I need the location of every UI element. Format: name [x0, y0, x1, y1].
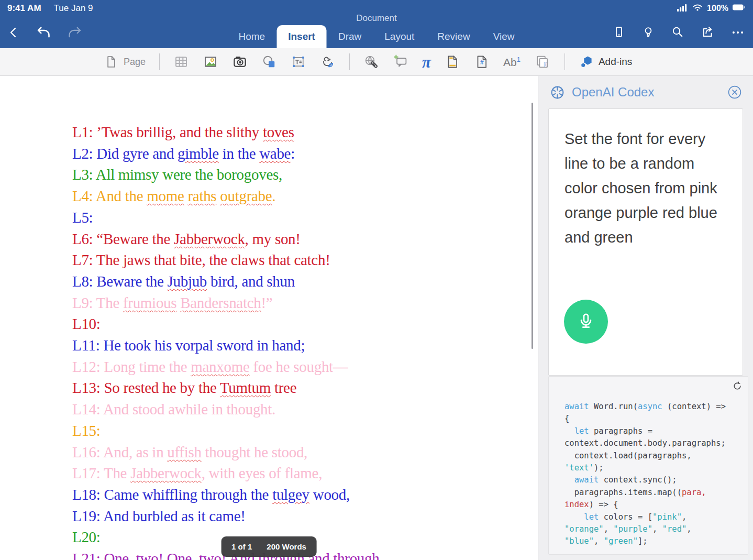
addins-button[interactable]: Add-ins — [579, 54, 632, 69]
prompt-text: Set the font for every line to be a rand… — [549, 109, 730, 250]
mobile-view-icon[interactable] — [613, 25, 625, 39]
document-lines: L1: ’Twas brillig, and the slithy tovesL… — [0, 76, 538, 560]
document-scrollbar[interactable] — [531, 103, 533, 349]
doc-line-L17[interactable]: L17: The Jabberwock, with eyes of flame, — [72, 463, 538, 484]
code-line: let paragraphs = — [564, 425, 743, 437]
code-line: paragraphs.items.map((para, — [564, 487, 743, 499]
refresh-button[interactable] — [732, 381, 743, 393]
divider — [159, 53, 160, 70]
microphone-button[interactable] — [564, 300, 608, 344]
page-indicator: 1 of 1 — [231, 542, 252, 551]
microphone-icon — [575, 311, 596, 332]
doc-line-L9[interactable]: L9: The frumious Bandersnatch!” — [72, 292, 538, 314]
search-icon[interactable] — [671, 25, 684, 39]
doc-line-L15[interactable]: L15: — [72, 420, 538, 442]
doc-line-L6[interactable]: L6: “Beware the Jabberwock, my son! — [72, 228, 538, 250]
insert-citation-button[interactable]: [i] — [534, 54, 551, 70]
insert-icons-button[interactable] — [320, 54, 336, 70]
insert-footnote-button[interactable]: Ab1 — [503, 56, 521, 69]
more-options-icon[interactable] — [731, 25, 745, 39]
tab-draw[interactable]: Draw — [327, 25, 373, 48]
code-block[interactable]: await Word.run(async (context) =>{ let p… — [564, 401, 743, 548]
doc-line-L16[interactable]: L16: And, as in uffish thought he stood, — [72, 442, 538, 463]
word-count-badge[interactable]: 1 of 1 200 Words — [221, 536, 317, 557]
doc-line-L7[interactable]: L7: The jaws that bite, the claws that c… — [72, 249, 538, 271]
doc-line-L3[interactable]: L3: All mimsy were the borogoves, — [72, 164, 538, 185]
status-bar: 9:41 AM Tue Jan 9 100% — [0, 0, 753, 15]
insert-ribbon: Page — [0, 48, 753, 76]
tab-insert[interactable]: Insert — [276, 25, 327, 48]
doc-line-L18[interactable]: L18: Came whiffling through the tulgey w… — [72, 484, 538, 506]
close-icon — [727, 85, 742, 100]
battery-icon — [732, 3, 746, 14]
openai-logo-icon — [549, 84, 566, 101]
insert-page-button[interactable]: Page — [104, 54, 146, 70]
insert-shapes-button[interactable] — [261, 54, 277, 70]
insert-header-footer-button[interactable] — [445, 54, 460, 70]
document-page[interactable]: L1: ’Twas brillig, and the slithy tovesL… — [0, 76, 538, 560]
title-bar: 9:41 AM Tue Jan 9 100% — [0, 0, 753, 48]
prompt-card: Set the font for every line to be a rand… — [548, 108, 743, 376]
signal-icon — [677, 3, 688, 14]
share-icon[interactable] — [701, 25, 714, 39]
tab-layout[interactable]: Layout — [373, 25, 426, 48]
code-line: context.load(paragraphs, — [564, 450, 743, 462]
code-line: context.document.body.paragraphs; — [564, 437, 743, 449]
insert-textbox-button[interactable] — [291, 54, 306, 70]
citation-glyph: [i] — [544, 62, 547, 67]
code-card: await Word.run(async (context) =>{ let p… — [548, 376, 748, 555]
insert-table-button[interactable] — [173, 54, 189, 70]
doc-line-L10[interactable]: L10: — [72, 313, 538, 335]
lightbulb-icon[interactable] — [642, 25, 655, 39]
addins-icon — [579, 54, 593, 69]
insert-picture-button[interactable] — [203, 54, 218, 70]
ribbon-tabs: HomeInsertDrawLayoutReviewView — [227, 25, 526, 48]
doc-line-L19[interactable]: L19: And burbled as it came! — [72, 506, 538, 527]
word-count: 200 Words — [267, 542, 306, 551]
code-line: "orange", "purple", "red", — [564, 523, 743, 535]
code-line: await context.sync(); — [564, 474, 743, 486]
code-line: let colors = ["pink", — [564, 511, 743, 523]
pi-icon: π — [422, 54, 431, 70]
code-line: { — [564, 413, 743, 425]
panel-title: OpenAI Codex — [572, 85, 727, 100]
doc-line-L12[interactable]: L12: Long time the manxome foe he sought… — [72, 356, 538, 378]
document-title: Document — [0, 13, 753, 24]
openai-codex-panel: OpenAI Codex Set the font for every line… — [538, 76, 753, 560]
tab-home[interactable]: Home — [227, 25, 277, 48]
code-line: await Word.run(async (context) => — [564, 401, 743, 413]
battery-percent: 100% — [707, 4, 728, 13]
addins-label: Add-ins — [599, 56, 632, 68]
doc-line-L4[interactable]: L4: And the mome raths outgrabe. — [72, 185, 538, 207]
doc-line-L13[interactable]: L13: So rested he by the Tumtum tree — [72, 377, 538, 399]
code-line: index) => { — [564, 499, 743, 511]
status-date: Tue Jan 9 — [54, 3, 93, 14]
tab-review[interactable]: Review — [426, 25, 481, 48]
insert-comment-button[interactable] — [393, 54, 408, 70]
doc-line-L14[interactable]: L14: And stood awhile in thought. — [72, 399, 538, 420]
page-label: Page — [124, 57, 146, 68]
close-panel-button[interactable] — [727, 85, 742, 100]
doc-line-L2[interactable]: L2: Did gyre and gimble in the wabe: — [72, 143, 538, 164]
code-line: "blue", "green"]; — [564, 535, 743, 547]
doc-line-L5[interactable]: L5: — [72, 207, 538, 228]
divider — [349, 53, 350, 70]
insert-page-number-button[interactable]: # — [474, 54, 490, 70]
insert-link-button[interactable] — [363, 54, 379, 70]
doc-line-L1[interactable]: L1: ’Twas brillig, and the slithy toves — [72, 122, 538, 143]
hash-glyph: # — [480, 59, 484, 66]
insert-equation-button[interactable]: π — [422, 54, 431, 70]
back-button[interactable] — [7, 26, 20, 39]
doc-line-L11[interactable]: L11: He took his vorpal sword in hand; — [72, 335, 538, 356]
doc-line-L8[interactable]: L8: Beware the Jubjub bird, and shun — [72, 271, 538, 292]
divider — [564, 53, 565, 70]
insert-camera-button[interactable] — [232, 54, 248, 70]
tab-view[interactable]: View — [482, 25, 526, 48]
redo-button[interactable] — [67, 25, 83, 40]
wifi-icon — [692, 3, 703, 14]
undo-button[interactable] — [36, 25, 51, 40]
refresh-icon — [732, 381, 743, 391]
status-time: 9:41 AM — [7, 3, 41, 14]
code-line: 'text'); — [564, 462, 743, 474]
